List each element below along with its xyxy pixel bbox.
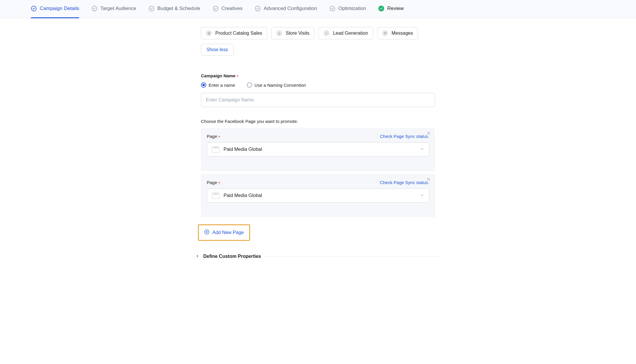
add-new-page-label: Add New Page — [212, 230, 244, 235]
custom-properties-label: Define Custom Properties — [203, 254, 261, 259]
svg-point-3 — [213, 6, 218, 11]
campaign-name-input[interactable] — [201, 93, 435, 107]
close-icon[interactable] — [426, 131, 431, 136]
chevron-down-icon — [420, 193, 424, 198]
tab-review[interactable]: Review — [378, 0, 404, 18]
page-select-value: Paid Media Global — [224, 193, 262, 198]
radio-naming-convention[interactable]: Use a Naming Convention — [247, 82, 306, 88]
play-icon — [324, 30, 329, 36]
svg-point-6 — [279, 32, 280, 33]
check-filled-icon — [378, 6, 384, 11]
divider — [264, 256, 439, 257]
user-icon — [276, 30, 282, 36]
tab-target-audience[interactable]: Target Audience — [91, 0, 136, 18]
campaign-name-label: Campaign Name● — [201, 73, 435, 78]
tab-label: Optimization — [338, 6, 366, 11]
tab-budget-schedule[interactable]: Budget & Schedule — [149, 0, 200, 18]
sync-status-link[interactable]: Check Page Sync status. — [380, 134, 429, 139]
page-section-heading: Choose the Facebook Page you want to pro… — [201, 119, 435, 124]
check-circle-icon — [213, 6, 219, 11]
show-less-label: Show less — [207, 47, 228, 52]
svg-point-2 — [149, 6, 154, 11]
objective-label: Lead Generation — [333, 31, 368, 36]
tab-label: Creatives — [222, 6, 243, 11]
check-circle-icon — [149, 6, 154, 11]
tab-optimization[interactable]: Optimization — [329, 0, 366, 18]
objective-label: Store Visits — [286, 31, 309, 36]
chevron-right-icon — [196, 254, 199, 259]
tab-label: Budget & Schedule — [157, 6, 200, 11]
tab-label: Advanced Configuration — [264, 6, 317, 11]
chevron-down-icon — [420, 147, 424, 152]
objective-store-visits[interactable]: Store Visits — [271, 27, 314, 39]
page-thumb-icon — [212, 192, 219, 199]
objective-product-catalog-sales[interactable]: Product Catalog Sales — [201, 27, 267, 39]
show-less-button[interactable]: Show less — [201, 44, 234, 56]
svg-point-1 — [92, 6, 97, 11]
sync-status-link[interactable]: Check Page Sync status. — [380, 180, 429, 185]
svg-point-4 — [255, 6, 260, 11]
plus-circle-icon — [204, 229, 209, 236]
tab-label: Review — [387, 6, 404, 11]
objective-row: Product Catalog Sales Store Visits Lead … — [201, 27, 435, 39]
check-circle-icon — [31, 6, 37, 11]
required-dot-icon: ● — [218, 135, 220, 138]
page-select[interactable]: Paid Media Global — [207, 188, 429, 203]
radio-label: Use a Naming Convention — [254, 83, 306, 88]
check-circle-icon — [255, 6, 261, 11]
message-icon — [382, 30, 388, 36]
define-custom-properties-toggle[interactable]: Define Custom Properties — [196, 254, 261, 259]
objective-label: Messages — [392, 31, 413, 36]
tab-advanced-configuration[interactable]: Advanced Configuration — [255, 0, 317, 18]
page-label: Page● — [207, 180, 220, 185]
objective-lead-generation[interactable]: Lead Generation — [319, 27, 373, 39]
objective-messages[interactable]: Messages — [377, 27, 418, 39]
radio-label: Enter a name — [209, 83, 235, 88]
required-dot-icon: ● — [218, 181, 220, 184]
page-thumb-icon — [212, 146, 219, 153]
page-card: Page● Check Page Sync status. Paid Media… — [201, 128, 435, 171]
page-label: Page● — [207, 134, 220, 139]
tabs-bar: Campaign Details Target Audience Budget … — [0, 0, 636, 18]
radio-unchecked-icon — [247, 82, 252, 88]
objective-label: Product Catalog Sales — [215, 31, 262, 36]
tab-creatives[interactable]: Creatives — [213, 0, 243, 18]
required-dot-icon: ● — [237, 74, 239, 77]
svg-point-0 — [31, 6, 36, 11]
radio-enter-name[interactable]: Enter a name — [201, 82, 235, 88]
page-select-value: Paid Media Global — [224, 147, 262, 152]
tab-label: Campaign Details — [40, 6, 79, 11]
tab-campaign-details[interactable]: Campaign Details — [31, 0, 79, 18]
page-card: Page● Check Page Sync status. Paid Media… — [201, 174, 435, 217]
tab-label: Target Audience — [100, 6, 136, 11]
radio-checked-icon — [201, 82, 206, 88]
svg-point-5 — [330, 6, 335, 11]
campaign-name-radio-group: Enter a name Use a Naming Convention — [201, 82, 435, 88]
add-new-page-button[interactable]: Add New Page — [198, 224, 250, 241]
close-icon[interactable] — [426, 177, 431, 183]
check-circle-icon — [329, 6, 335, 11]
check-circle-icon — [91, 6, 97, 11]
tag-icon — [206, 30, 212, 36]
page-select[interactable]: Paid Media Global — [207, 142, 429, 156]
